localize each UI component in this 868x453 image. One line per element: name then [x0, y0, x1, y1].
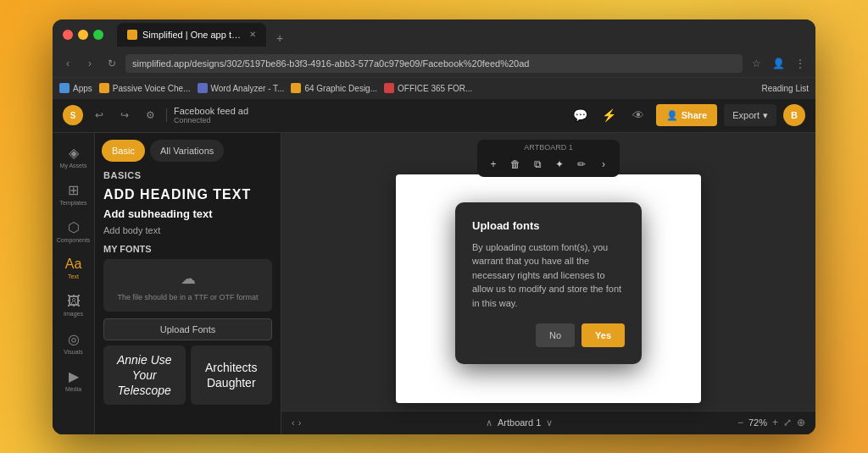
- subheading-text-sample[interactable]: Add subheading text: [103, 207, 272, 220]
- body-text-sample[interactable]: Add body text: [103, 225, 272, 235]
- bookmark-label: Apps: [73, 84, 92, 93]
- upload-area: ☁ The file should be in a TTF or OTF for…: [103, 259, 272, 312]
- bookmark-star[interactable]: ☆: [748, 55, 765, 72]
- my-fonts-title: My fonts: [103, 244, 272, 254]
- bookmark-label: Passive Voice Che...: [113, 84, 191, 93]
- left-panel: Basic All Variations Basics ADD HEADING …: [95, 133, 281, 434]
- browser-window: Simplified | One app to desig... ✕ + ‹ ›…: [53, 19, 815, 434]
- heading-text-sample[interactable]: ADD HEADING TEXT: [103, 187, 272, 202]
- tab-basic[interactable]: Basic: [102, 140, 145, 162]
- maximize-button[interactable]: [93, 30, 103, 40]
- reload-button[interactable]: ↻: [103, 55, 120, 72]
- tab-all-variations[interactable]: All Variations: [150, 140, 224, 162]
- font-card-architects[interactable]: ArchitectsDaughter: [191, 345, 273, 406]
- close-button[interactable]: [63, 30, 73, 40]
- share-button[interactable]: 👤 Share: [656, 104, 718, 126]
- tab-favicon: [127, 30, 137, 40]
- app-logo: S: [63, 105, 83, 125]
- modal-actions: No Yes: [472, 323, 625, 347]
- modal-title: Upload fonts: [472, 219, 625, 232]
- export-button[interactable]: Export ▾: [724, 104, 776, 126]
- panel-content: Basics ADD HEADING TEXT Add subheading t…: [95, 162, 281, 434]
- bookmark-word-analyzer[interactable]: Word Analyzer - T...: [198, 83, 285, 93]
- browser-chrome: Simplified | One app to desig... ✕ + ‹ ›…: [53, 19, 815, 99]
- font-card-annie-text: Annie UseYour Telescope: [110, 352, 179, 399]
- share-icon: 👤: [666, 110, 678, 121]
- font-cards: Annie UseYour Telescope ArchitectsDaught…: [103, 345, 272, 406]
- title-bar: Simplified | One app to desig... ✕ +: [53, 19, 815, 50]
- bookmark-icon: [384, 83, 394, 93]
- sidebar-item-templates[interactable]: ⊞ Templates: [57, 177, 91, 211]
- connection-status: Connected: [174, 116, 563, 124]
- filename: Facebook feed ad: [174, 106, 563, 116]
- profile-icon[interactable]: 👤: [770, 55, 787, 72]
- bookmark-apps[interactable]: Apps: [59, 83, 92, 93]
- bolt-icon[interactable]: ⚡: [598, 104, 620, 126]
- sidebar-item-components[interactable]: ⬡ Components: [57, 214, 91, 248]
- upload-fonts-modal: Upload fonts By uploading custom font(s)…: [455, 202, 642, 365]
- tab-close-icon[interactable]: ✕: [249, 30, 256, 39]
- font-card-architects-text: ArchitectsDaughter: [205, 360, 257, 390]
- modal-yes-button[interactable]: Yes: [581, 323, 625, 347]
- bookmark-passive-voice[interactable]: Passive Voice Che...: [99, 83, 191, 93]
- file-info: Facebook feed ad Connected: [174, 106, 563, 124]
- bookmark-graphic[interactable]: 64 Graphic Desig...: [291, 83, 377, 93]
- chat-icon[interactable]: 💬: [570, 104, 592, 126]
- bookmark-office[interactable]: OFFICE 365 FOR...: [384, 83, 472, 93]
- user-avatar[interactable]: B: [783, 104, 805, 126]
- sidebar-item-my-assets[interactable]: ◈ My Assets: [57, 140, 91, 174]
- bookmark-reading-list[interactable]: Reading List: [761, 84, 809, 93]
- undo-button[interactable]: ↩: [90, 106, 108, 124]
- upload-fonts-button[interactable]: Upload Fonts: [103, 318, 272, 340]
- url-text: simplified.app/designs/302/5197be86-b3f3…: [132, 58, 529, 69]
- app-toolbar: S ↩ ↪ ⚙ Facebook feed ad Connected 💬 ⚡ 👁…: [53, 99, 815, 133]
- bookmark-label: Word Analyzer - T...: [211, 84, 285, 93]
- upload-cloud-icon: ☁: [181, 269, 196, 288]
- minimize-button[interactable]: [78, 30, 88, 40]
- upload-hint-text: The file should be in a TTF or OTF forma…: [118, 293, 259, 301]
- modal-overlay: Upload fonts By uploading custom font(s)…: [281, 133, 815, 434]
- bookmark-label: OFFICE 365 FOR...: [398, 84, 472, 93]
- redo-button[interactable]: ↪: [115, 106, 134, 124]
- chevron-down-icon: ▾: [763, 110, 768, 121]
- app-area: S ↩ ↪ ⚙ Facebook feed ad Connected 💬 ⚡ 👁…: [53, 99, 815, 434]
- tab-title: Simplified | One app to desig...: [142, 30, 244, 40]
- bookmark-bar: Apps Passive Voice Che... Word Analyzer …: [53, 77, 815, 99]
- forward-button[interactable]: ›: [81, 55, 98, 72]
- new-tab-button[interactable]: +: [271, 30, 288, 47]
- section-basics-title: Basics: [103, 170, 272, 180]
- font-card-annie[interactable]: Annie UseYour Telescope: [103, 345, 186, 406]
- bookmark-label: 64 Graphic Desig...: [304, 84, 377, 93]
- address-bar: ‹ › ↻ simplified.app/designs/302/5197be8…: [53, 50, 815, 77]
- bookmark-label: Reading List: [761, 84, 809, 93]
- sidebar: ◈ My Assets ⊞ Templates ⬡ Components Aa …: [53, 133, 95, 434]
- toolbar-right: 💬 ⚡ 👁 👤 Share Export ▾ B: [570, 104, 805, 126]
- active-tab[interactable]: Simplified | One app to desig... ✕: [117, 23, 266, 47]
- modal-no-button[interactable]: No: [536, 323, 575, 347]
- bookmark-icon: [59, 83, 70, 93]
- bookmark-icon: [291, 83, 301, 93]
- canvas-area: ARTBOARD 1 + 🗑 ⧉ ✦ ✏ › U: [281, 133, 815, 434]
- sidebar-item-images[interactable]: 🖼 Images: [57, 289, 91, 323]
- panel-tabs: Basic All Variations: [95, 133, 281, 162]
- settings-button[interactable]: ⚙: [141, 106, 159, 124]
- preview-icon[interactable]: 👁: [627, 104, 649, 126]
- sidebar-item-visuals[interactable]: ◎ Visuals: [57, 326, 91, 360]
- sidebar-item-media[interactable]: ▶ Media: [57, 363, 91, 397]
- modal-body: By uploading custom font(s), you warrant…: [472, 240, 625, 311]
- sidebar-item-text[interactable]: Aa Text: [57, 251, 91, 285]
- back-button[interactable]: ‹: [59, 55, 76, 72]
- traffic-lights: [63, 30, 103, 40]
- menu-icon[interactable]: ⋮: [792, 55, 809, 72]
- bookmark-icon: [198, 83, 208, 93]
- url-bar[interactable]: simplified.app/designs/302/5197be86-b3f3…: [125, 54, 743, 73]
- bookmark-icon: [99, 83, 109, 93]
- main-content: ◈ My Assets ⊞ Templates ⬡ Components Aa …: [53, 133, 815, 434]
- toolbar-separator: [166, 108, 167, 122]
